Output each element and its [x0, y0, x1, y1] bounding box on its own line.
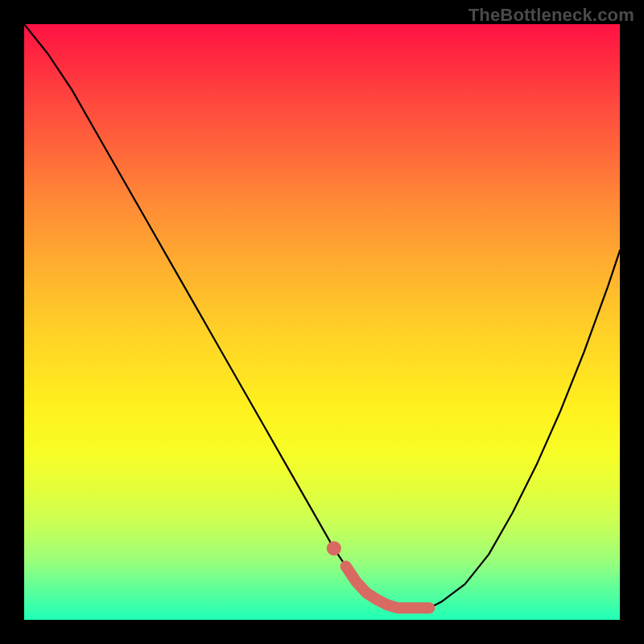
- curve-svg: [24, 24, 620, 620]
- chart-frame: TheBottleneck.com: [0, 0, 644, 644]
- bottleneck-curve: [24, 24, 620, 608]
- optimal-range-start-dot: [327, 541, 341, 555]
- optimal-range-marker: [346, 566, 430, 608]
- plot-area: [24, 24, 620, 620]
- watermark-text: TheBottleneck.com: [469, 5, 634, 26]
